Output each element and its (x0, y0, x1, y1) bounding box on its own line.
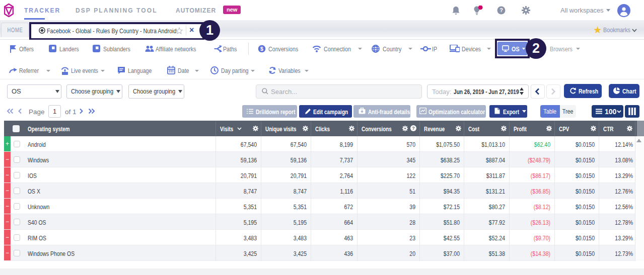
svg-text:?: ? (412, 126, 415, 131)
svg-text:?: ? (499, 7, 503, 13)
svg-text:$: $ (260, 46, 263, 52)
